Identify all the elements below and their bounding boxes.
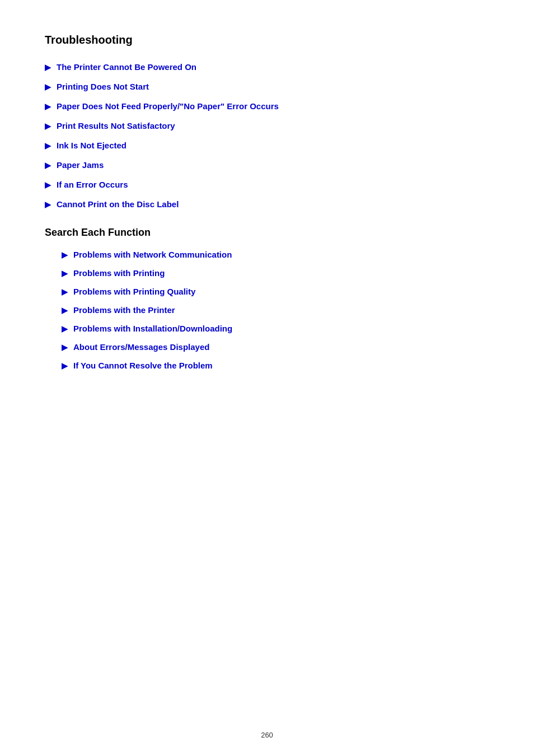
arrow-icon: ▶ xyxy=(45,122,51,130)
arrow-icon: ▶ xyxy=(62,250,68,259)
arrow-icon: ▶ xyxy=(45,161,51,170)
list-item: ▶Print Results Not Satisfactory xyxy=(45,121,489,130)
list-item: ▶Problems with the Printer xyxy=(62,305,489,315)
link-error-occurs[interactable]: If an Error Occurs xyxy=(57,180,128,189)
arrow-icon: ▶ xyxy=(45,200,51,209)
arrow-icon: ▶ xyxy=(45,102,51,111)
list-item: ▶Printing Does Not Start xyxy=(45,82,489,91)
link-problems-installation[interactable]: Problems with Installation/Downloading xyxy=(73,324,232,333)
arrow-icon: ▶ xyxy=(62,324,68,333)
arrow-icon: ▶ xyxy=(45,141,51,150)
troubleshooting-list: ▶The Printer Cannot Be Powered On▶Printi… xyxy=(45,62,489,209)
arrow-icon: ▶ xyxy=(62,361,68,370)
search-function-list: ▶Problems with Network Communication▶Pro… xyxy=(45,250,489,370)
link-printing-not-start[interactable]: Printing Does Not Start xyxy=(57,82,149,91)
link-paper-feed[interactable]: Paper Does Not Feed Properly/"No Paper" … xyxy=(57,101,279,111)
link-cannot-resolve[interactable]: If You Cannot Resolve the Problem xyxy=(73,361,213,370)
arrow-icon: ▶ xyxy=(45,63,51,72)
arrow-icon: ▶ xyxy=(45,82,51,91)
arrow-icon: ▶ xyxy=(62,306,68,315)
list-item: ▶Cannot Print on the Disc Label xyxy=(45,199,489,209)
list-item: ▶Paper Jams xyxy=(45,160,489,170)
list-item: ▶If an Error Occurs xyxy=(45,180,489,189)
link-problems-printing[interactable]: Problems with Printing xyxy=(73,268,165,278)
list-item: ▶The Printer Cannot Be Powered On xyxy=(45,62,489,72)
link-errors-messages[interactable]: About Errors/Messages Displayed xyxy=(73,342,209,352)
list-item: ▶Problems with Installation/Downloading xyxy=(62,324,489,333)
link-printer-power[interactable]: The Printer Cannot Be Powered On xyxy=(57,62,196,72)
arrow-icon: ▶ xyxy=(45,180,51,189)
link-ink-not-ejected[interactable]: Ink Is Not Ejected xyxy=(57,141,127,150)
list-item: ▶About Errors/Messages Displayed xyxy=(62,342,489,352)
link-network-communication[interactable]: Problems with Network Communication xyxy=(73,250,232,259)
arrow-icon: ▶ xyxy=(62,287,68,296)
link-cannot-print-disc[interactable]: Cannot Print on the Disc Label xyxy=(57,199,179,209)
link-problems-printing-quality[interactable]: Problems with Printing Quality xyxy=(73,287,195,296)
link-paper-jams[interactable]: Paper Jams xyxy=(57,160,104,170)
list-item: ▶Paper Does Not Feed Properly/"No Paper"… xyxy=(45,101,489,111)
list-item: ▶Problems with Printing Quality xyxy=(62,287,489,296)
page-number: 260 xyxy=(261,731,273,739)
list-item: ▶Problems with Network Communication xyxy=(62,250,489,259)
page-title: Troubleshooting xyxy=(45,34,489,46)
list-item: ▶Ink Is Not Ejected xyxy=(45,141,489,150)
page-content: Troubleshooting ▶The Printer Cannot Be P… xyxy=(0,0,534,424)
link-print-results[interactable]: Print Results Not Satisfactory xyxy=(57,121,175,130)
section-subtitle: Search Each Function xyxy=(45,227,489,239)
list-item: ▶If You Cannot Resolve the Problem xyxy=(62,361,489,370)
arrow-icon: ▶ xyxy=(62,343,68,352)
link-problems-printer[interactable]: Problems with the Printer xyxy=(73,305,175,315)
list-item: ▶Problems with Printing xyxy=(62,268,489,278)
arrow-icon: ▶ xyxy=(62,269,68,278)
